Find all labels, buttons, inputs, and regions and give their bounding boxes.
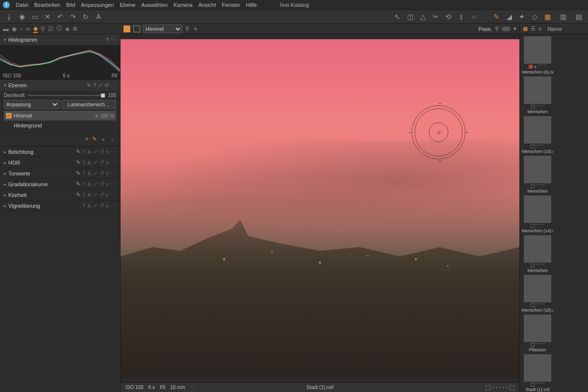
menu-camera[interactable]: Kamera	[173, 2, 193, 8]
add-layer-icon[interactable]: ＋	[192, 24, 199, 33]
menu-file[interactable]: Datei	[16, 2, 28, 8]
brush-icon[interactable]: ✎	[76, 159, 80, 166]
brush-icon[interactable]: ✎	[76, 192, 80, 198]
thumb-list-icon[interactable]: ☰	[531, 25, 536, 32]
reset-icon[interactable]: ↺	[104, 82, 109, 89]
layers-header[interactable]: ▾ Ebenen ✎ ? ⤢ ↺ ⋯	[0, 80, 120, 91]
blend-mode-select[interactable]: Anpassung	[4, 100, 59, 109]
crop-icon[interactable]: ✂	[431, 12, 440, 21]
layer-visible-checkbox[interactable]: ✓	[6, 113, 12, 119]
tab-tag-icon[interactable]: ◈	[65, 25, 70, 32]
tab-adjust-icon[interactable]: ◆	[33, 25, 38, 33]
auto-icon[interactable]: A	[87, 203, 91, 209]
camera-icon[interactable]: ◉	[18, 12, 26, 21]
thumb-detail-icon[interactable]: ≡	[539, 26, 541, 32]
thumbnail[interactable]: Menschen	[522, 235, 553, 273]
perspective-icon[interactable]: ◫	[406, 12, 415, 21]
module-export-icon[interactable]: ▤	[574, 12, 583, 21]
tab-check-icon[interactable]: ☑	[48, 25, 53, 32]
tab-link-icon[interactable]: ∞	[26, 25, 30, 32]
footer-more-icon[interactable]: ⋯	[190, 385, 195, 390]
menu-image[interactable]: Bild	[66, 2, 75, 8]
brush-tool-icon[interactable]: ✎	[92, 136, 97, 143]
rating-dot[interactable]	[499, 387, 501, 388]
menu-dots-icon[interactable]: ⋯	[111, 170, 116, 176]
thumbnail[interactable]: Menschen (14).cr2	[522, 196, 553, 233]
heal-icon[interactable]: ✦	[517, 12, 526, 21]
rotate-icon[interactable]: ⟲	[444, 12, 453, 21]
import-icon[interactable]: ⭳	[5, 12, 14, 21]
gradient-icon[interactable]: ◢	[505, 12, 514, 21]
expand-icon[interactable]: ⤢	[98, 82, 102, 89]
thumbnail[interactable]: Menschen (10).cr2	[522, 116, 553, 154]
histogram-header[interactable]: ▾ Histogramm ? ⋯	[0, 34, 120, 45]
adjust-belichtung[interactable]: ▸Belichtung✎?A⤢↺≡⋯	[0, 147, 120, 157]
filter-toggle[interactable]	[502, 26, 511, 31]
brush-icon[interactable]: ✎	[76, 148, 80, 155]
radial-filter-marker[interactable]	[412, 105, 466, 159]
reset-icon[interactable]: ↺	[99, 192, 104, 198]
tab-map-icon[interactable]: ⚲	[41, 25, 45, 32]
thumbnail[interactable]: Pflanzen	[522, 315, 553, 352]
module-edit-icon[interactable]: ▥	[559, 12, 567, 21]
help-icon[interactable]: ?	[82, 160, 85, 166]
color-label[interactable]	[531, 145, 535, 148]
menu-dots-icon[interactable]: ⋯	[111, 159, 116, 166]
color-label[interactable]	[531, 105, 535, 109]
help-icon[interactable]: ?	[82, 149, 85, 155]
color-label[interactable]	[531, 264, 535, 268]
layer-mask-icon[interactable]: ≡	[95, 113, 98, 119]
adjust-vignettierung[interactable]: ▸Vignettierung?A⤢↺≡⋯	[0, 200, 120, 211]
menu-window[interactable]: Fenster	[222, 2, 240, 8]
sort-icon[interactable]: ▾	[514, 25, 516, 32]
zoom-icon[interactable]: ⚲	[185, 25, 189, 32]
thumbnail[interactable]: Menschen	[522, 76, 553, 114]
preset-icon[interactable]: ≡	[106, 149, 109, 155]
expand-icon[interactable]: ⤢	[93, 181, 98, 187]
sliders-icon[interactable]: ≡	[85, 136, 88, 143]
close-icon[interactable]: ✕	[43, 12, 52, 21]
thumbnail[interactable]: Menschen (18).dng	[522, 275, 553, 313]
adjust-klarheit[interactable]: ▸Klarheit✎?A⤢↺≡⋯	[0, 190, 120, 200]
reset-icon[interactable]: ↺	[99, 148, 104, 155]
menu-help[interactable]: Hilfe	[246, 2, 257, 8]
pointer-icon[interactable]: ↖	[393, 12, 402, 21]
rating-dot[interactable]	[496, 387, 497, 388]
help-icon[interactable]: ?	[93, 82, 96, 88]
folder-icon[interactable]: ▭	[30, 12, 39, 21]
auto-icon[interactable]: A	[87, 160, 91, 166]
thumb-grid-icon[interactable]: ▦	[523, 25, 528, 32]
module-develop-icon[interactable]: ▦	[543, 12, 552, 21]
color-label[interactable]	[531, 383, 535, 387]
reset-icon[interactable]: ↺	[99, 170, 104, 176]
brush-icon[interactable]: ✎	[76, 181, 80, 187]
preset-icon[interactable]: ≡	[106, 203, 109, 209]
circle-icon[interactable]: ○	[469, 12, 478, 21]
reset-icon[interactable]: ↺	[99, 159, 104, 166]
menu-dots-icon[interactable]: ⋯	[111, 192, 116, 198]
brush-icon[interactable]: ✎	[76, 170, 80, 176]
expand-icon[interactable]: ⤢	[93, 192, 98, 198]
help-icon[interactable]: ?	[82, 192, 85, 198]
name-header[interactable]: Name	[547, 26, 562, 32]
adjust-tonwerte[interactable]: ▸Tonwerte✎?A⤢↺≡⋯	[0, 168, 120, 179]
view-compare-icon[interactable]	[133, 25, 140, 32]
star-icon[interactable]: ★	[534, 65, 537, 69]
redo-icon[interactable]: ↻	[81, 12, 90, 21]
layer-item-background[interactable]: Hintergrund	[4, 121, 116, 130]
menu-dots-icon[interactable]: ⋯	[111, 37, 116, 43]
preset-icon[interactable]: ≡	[106, 171, 109, 176]
add-icon[interactable]: ＋	[100, 136, 106, 143]
menu-select[interactable]: Auswählen	[141, 2, 168, 8]
help-icon[interactable]: ?	[82, 203, 85, 209]
menu-dots-icon[interactable]: ⋯	[111, 202, 116, 209]
layer-dropdown[interactable]: Himmel	[143, 24, 182, 33]
reset-icon[interactable]: ↺	[99, 181, 104, 187]
tab-circle-icon[interactable]: ○	[20, 25, 23, 32]
auto-icon[interactable]: A	[87, 192, 91, 198]
color-label[interactable]	[486, 385, 490, 390]
expand-icon[interactable]: ⤢	[93, 170, 98, 176]
brush-small-icon[interactable]: ✎	[87, 82, 91, 89]
search-icon[interactable]: ⚲	[495, 25, 499, 32]
menu-dots-icon[interactable]: ⋯	[111, 82, 116, 89]
